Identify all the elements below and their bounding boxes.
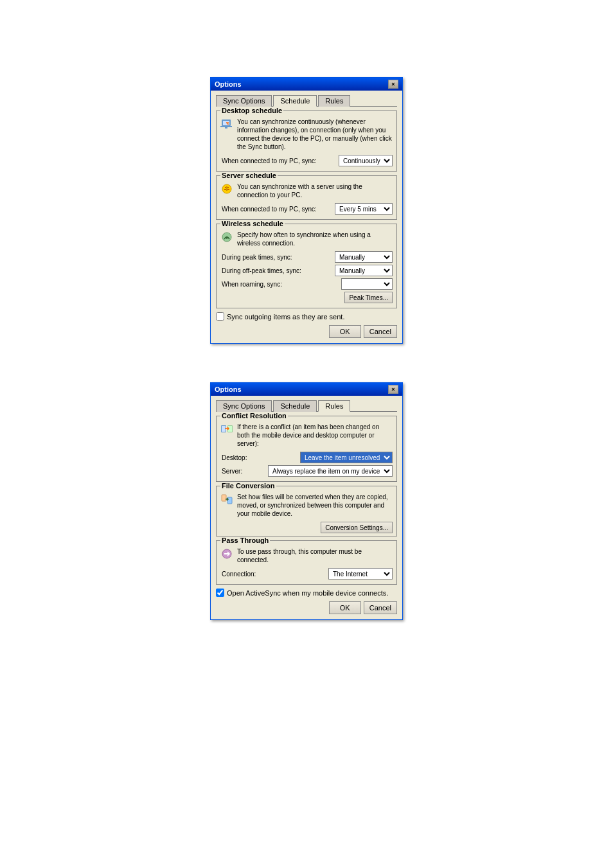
peak-times-row: Peak Times...: [220, 292, 393, 303]
close-button-2[interactable]: ×: [388, 385, 398, 394]
tab-sync-options-2[interactable]: Sync Options: [216, 400, 272, 412]
wireless-schedule-label: Wireless schedule: [220, 220, 285, 227]
tabs-1: Sync Options Schedule Rules: [216, 94, 397, 107]
pass-through-desc: To use pass through, this computer must …: [237, 547, 393, 564]
sync-outgoing-row: Sync outgoing items as they are sent.: [216, 312, 397, 321]
desktop-sync-row: When connected to my PC, sync: Continuou…: [220, 155, 393, 166]
desktop-sync-icon: [220, 118, 233, 130]
wireless-sync-icon: [220, 231, 233, 244]
desktop-conflict-select[interactable]: Leave the item unresolved Replace item o…: [300, 452, 393, 463]
desktop-conflict-label: Desktop:: [222, 454, 298, 461]
roaming-sync-select[interactable]: Manually: [341, 278, 393, 290]
desktop-sync-label: When connected to my PC, sync:: [222, 157, 336, 164]
open-activesync-row: Open ActiveSync when my mobile device co…: [216, 589, 397, 597]
connection-label: Connection:: [222, 571, 326, 578]
conflict-resolution-label: Conflict Resolution: [220, 412, 288, 420]
file-conversion-desc: Set how files will be converted when the…: [237, 493, 393, 518]
conflict-icon-row: If there is a conflict (an item has been…: [220, 423, 393, 448]
server-conflict-label: Server:: [222, 468, 265, 475]
connection-row: Connection: The Internet Work Network US…: [220, 568, 393, 580]
svg-rect-2: [220, 126, 232, 127]
wireless-schedule-desc: Specify how often to synchronize when us…: [237, 231, 393, 247]
tabs-2: Sync Options Schedule Rules: [216, 400, 397, 412]
server-sync-label: When connected to my PC, sync:: [222, 206, 332, 213]
conversion-settings-button[interactable]: Conversion Settings...: [321, 522, 393, 533]
file-conversion-icon: [220, 493, 233, 506]
svg-rect-11: [222, 495, 226, 501]
connection-select[interactable]: The Internet Work Network USB: [328, 568, 393, 580]
server-sync-row: When connected to my PC, sync: Every 5 m…: [220, 203, 393, 215]
conflict-resolution-content: If there is a conflict (an item has been…: [220, 423, 393, 477]
pass-through-label: Pass Through: [220, 536, 270, 544]
titlebar-buttons-2: ×: [388, 385, 398, 394]
desktop-schedule-label: Desktop schedule: [220, 107, 283, 114]
server-sync-icon: [220, 182, 233, 195]
sync-outgoing-label: Sync outgoing items as they are sent.: [227, 313, 344, 321]
dialog2-ok-button[interactable]: OK: [329, 601, 361, 614]
tab-rules-1[interactable]: Rules: [318, 95, 350, 107]
desktop-schedule-desc: You can synchronize continuously (whenev…: [237, 118, 393, 151]
pass-through-icon: [220, 547, 233, 560]
file-conversion-content: Set how files will be converted when the…: [220, 493, 393, 533]
server-conflict-row: Server: Always replace the item on my de…: [220, 465, 393, 477]
tab-rules-2[interactable]: Rules: [318, 400, 350, 412]
dialog-titlebar-1: Options ×: [211, 78, 402, 91]
open-activesync-checkbox[interactable]: [216, 589, 224, 597]
dialog2-cancel-button[interactable]: Cancel: [364, 601, 397, 614]
dialog1-button-row: OK Cancel: [216, 323, 397, 339]
desktop-icon-row: You can synchronize continuously (whenev…: [220, 118, 393, 151]
peak-sync-label: During peak times, sync:: [222, 254, 332, 261]
server-icon-row: You can synchronize with a server using …: [220, 182, 393, 199]
server-schedule-desc: You can synchronize with a server using …: [237, 182, 393, 199]
sync-outgoing-checkbox[interactable]: [216, 312, 224, 321]
dialog2-button-row: OK Cancel: [216, 599, 397, 616]
dialog1-ok-button[interactable]: OK: [329, 325, 361, 338]
server-schedule-content: You can synchronize with a server using …: [220, 182, 393, 215]
dialog-content-1: Sync Options Schedule Rules Desktop sche…: [211, 91, 402, 343]
wireless-schedule-section: Wireless schedule Specify how often to s…: [216, 224, 397, 308]
svg-point-6: [226, 238, 227, 239]
dialog-content-2: Sync Options Schedule Rules Conflict Res…: [211, 396, 402, 619]
page-container: Options × Sync Options Schedule Rules De…: [0, 0, 613, 868]
dialog-titlebar-2: Options ×: [211, 383, 402, 396]
server-schedule-section: Server schedule You can synchronize with…: [216, 175, 397, 220]
wireless-icon-row: Specify how often to synchronize when us…: [220, 231, 393, 247]
server-sync-select[interactable]: Every 5 mins Every 15 mins Manually: [335, 203, 393, 215]
pass-through-content: To use pass through, this computer must …: [220, 547, 393, 580]
tab-sync-options-1[interactable]: Sync Options: [216, 95, 272, 107]
pass-through-section: Pass Through To use pass through, this c…: [216, 540, 397, 585]
tab-schedule-1[interactable]: Schedule: [273, 95, 317, 107]
roaming-sync-row: When roaming, sync: Manually: [220, 278, 393, 290]
server-conflict-select[interactable]: Always replace the item on my device Alw…: [268, 465, 393, 477]
peak-sync-row: During peak times, sync: Manually Every …: [220, 251, 393, 263]
svg-rect-3: [225, 127, 227, 128]
dialog1-cancel-button[interactable]: Cancel: [364, 325, 397, 338]
conflict-desc: If there is a conflict (an item has been…: [237, 423, 393, 448]
titlebar-buttons-1: ×: [388, 80, 398, 89]
pass-through-icon-row: To use pass through, this computer must …: [220, 547, 393, 564]
dialog-title-2: Options: [215, 385, 242, 393]
conflict-resolution-section: Conflict Resolution: [216, 416, 397, 482]
desktop-sync-select[interactable]: Continuously On connect Manually: [339, 155, 393, 166]
desktop-schedule-section: Desktop schedule: [216, 111, 397, 172]
dialog-options-rules: Options × Sync Options Schedule Rules Co…: [210, 382, 403, 620]
dialog-options-schedule: Options × Sync Options Schedule Rules De…: [210, 77, 403, 344]
offpeak-sync-select[interactable]: Manually Every 5 mins Every 15 mins: [335, 265, 393, 276]
server-schedule-label: Server schedule: [220, 172, 278, 179]
file-conversion-icon-row: Set how files will be converted when the…: [220, 493, 393, 518]
file-conversion-section: File Conversion Set how files will be co…: [216, 486, 397, 536]
svg-rect-12: [227, 497, 232, 504]
close-button-1[interactable]: ×: [388, 80, 398, 89]
wireless-schedule-content: Specify how often to synchronize when us…: [220, 231, 393, 303]
tab-schedule-2[interactable]: Schedule: [273, 400, 317, 412]
offpeak-sync-label: During off-peak times, sync:: [222, 267, 332, 274]
peak-sync-select[interactable]: Manually Every 5 mins Every 15 mins: [335, 251, 393, 263]
file-conversion-label: File Conversion: [220, 482, 276, 490]
peak-times-button[interactable]: Peak Times...: [344, 292, 393, 303]
offpeak-sync-row: During off-peak times, sync: Manually Ev…: [220, 265, 393, 276]
desktop-schedule-content: You can synchronize continuously (whenev…: [220, 118, 393, 166]
open-activesync-label: Open ActiveSync when my mobile device co…: [227, 589, 388, 597]
desktop-conflict-row: Desktop: Leave the item unresolved Repla…: [220, 452, 393, 463]
dialog-title-1: Options: [215, 80, 242, 88]
roaming-sync-label: When roaming, sync:: [222, 281, 339, 288]
